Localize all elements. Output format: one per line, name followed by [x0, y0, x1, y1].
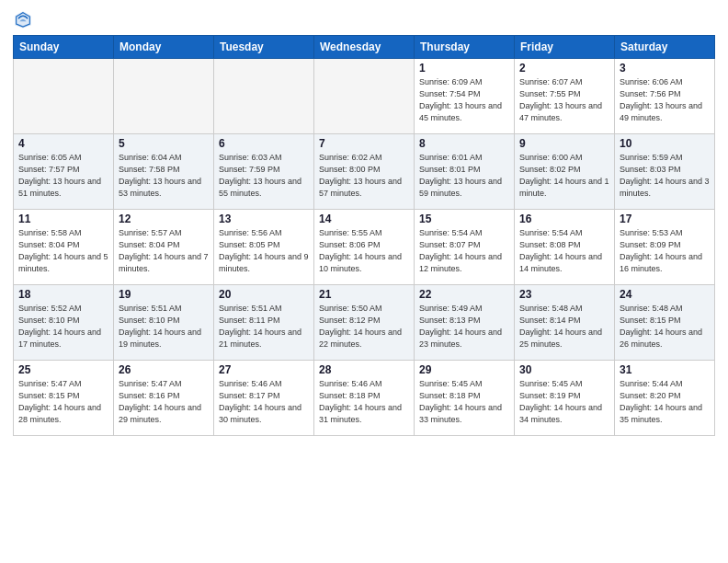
day-number: 1 [419, 62, 509, 75]
calendar-cell: 17Sunrise: 5:53 AMSunset: 8:09 PMDayligh… [615, 210, 715, 285]
day-info: Sunrise: 6:07 AMSunset: 7:55 PMDaylight:… [519, 76, 609, 124]
calendar-cell: 14Sunrise: 5:55 AMSunset: 8:06 PMDayligh… [314, 210, 415, 285]
calendar-week-row: 11Sunrise: 5:58 AMSunset: 8:04 PMDayligh… [14, 210, 715, 285]
day-info: Sunrise: 5:53 AMSunset: 8:09 PMDaylight:… [620, 227, 710, 275]
day-info: Sunrise: 5:47 AMSunset: 8:16 PMDaylight:… [119, 378, 209, 426]
day-info: Sunrise: 5:45 AMSunset: 8:18 PMDaylight:… [419, 378, 509, 426]
calendar-cell: 19Sunrise: 5:51 AMSunset: 8:10 PMDayligh… [114, 285, 214, 361]
day-number: 5 [119, 137, 209, 150]
weekday-header: Tuesday [214, 36, 314, 59]
calendar-week-row: 1Sunrise: 6:09 AMSunset: 7:54 PMDaylight… [14, 59, 715, 134]
day-info: Sunrise: 5:54 AMSunset: 8:08 PMDaylight:… [519, 227, 609, 275]
day-info: Sunrise: 6:04 AMSunset: 7:58 PMDaylight:… [119, 152, 209, 200]
calendar-cell: 21Sunrise: 5:50 AMSunset: 8:12 PMDayligh… [314, 285, 415, 361]
header [13, 9, 715, 29]
calendar-cell: 24Sunrise: 5:48 AMSunset: 8:15 PMDayligh… [615, 285, 715, 361]
calendar-cell: 8Sunrise: 6:01 AMSunset: 8:01 PMDaylight… [415, 134, 515, 210]
calendar-cell [14, 59, 114, 134]
calendar-cell: 25Sunrise: 5:47 AMSunset: 8:15 PMDayligh… [14, 361, 114, 436]
page: SundayMondayTuesdayWednesdayThursdayFrid… [0, 0, 728, 563]
calendar-cell [314, 59, 415, 134]
calendar-cell [214, 59, 314, 134]
day-info: Sunrise: 5:55 AMSunset: 8:06 PMDaylight:… [319, 227, 409, 275]
day-number: 11 [18, 213, 108, 225]
day-number: 12 [119, 213, 209, 225]
day-info: Sunrise: 5:46 AMSunset: 8:17 PMDaylight:… [219, 378, 309, 426]
weekday-header: Friday [515, 36, 615, 59]
day-info: Sunrise: 5:52 AMSunset: 8:10 PMDaylight:… [18, 303, 108, 350]
day-info: Sunrise: 5:58 AMSunset: 8:04 PMDaylight:… [18, 227, 108, 275]
day-info: Sunrise: 5:47 AMSunset: 8:15 PMDaylight:… [18, 378, 108, 426]
day-number: 8 [419, 137, 509, 150]
calendar-cell: 29Sunrise: 5:45 AMSunset: 8:18 PMDayligh… [415, 361, 515, 436]
calendar-cell: 26Sunrise: 5:47 AMSunset: 8:16 PMDayligh… [114, 361, 214, 436]
day-number: 21 [319, 288, 409, 301]
day-number: 16 [519, 213, 609, 225]
day-info: Sunrise: 5:46 AMSunset: 8:18 PMDaylight:… [319, 378, 409, 426]
calendar-cell: 4Sunrise: 6:05 AMSunset: 7:57 PMDaylight… [14, 134, 114, 210]
day-number: 6 [219, 137, 309, 150]
calendar-cell: 11Sunrise: 5:58 AMSunset: 8:04 PMDayligh… [14, 210, 114, 285]
weekday-header: Monday [114, 36, 214, 59]
calendar-cell: 15Sunrise: 5:54 AMSunset: 8:07 PMDayligh… [415, 210, 515, 285]
calendar-week-row: 4Sunrise: 6:05 AMSunset: 7:57 PMDaylight… [14, 134, 715, 210]
day-number: 15 [419, 213, 509, 225]
day-number: 26 [119, 363, 209, 376]
day-number: 28 [319, 363, 409, 376]
calendar-cell: 18Sunrise: 5:52 AMSunset: 8:10 PMDayligh… [14, 285, 114, 361]
calendar-cell: 12Sunrise: 5:57 AMSunset: 8:04 PMDayligh… [114, 210, 214, 285]
day-info: Sunrise: 5:44 AMSunset: 8:20 PMDaylight:… [620, 378, 710, 426]
calendar-cell: 7Sunrise: 6:02 AMSunset: 8:00 PMDaylight… [314, 134, 415, 210]
calendar-cell: 27Sunrise: 5:46 AMSunset: 8:17 PMDayligh… [214, 361, 314, 436]
calendar-cell: 1Sunrise: 6:09 AMSunset: 7:54 PMDaylight… [415, 59, 515, 134]
calendar-cell: 2Sunrise: 6:07 AMSunset: 7:55 PMDaylight… [515, 59, 615, 134]
day-info: Sunrise: 5:45 AMSunset: 8:19 PMDaylight:… [519, 378, 609, 426]
day-info: Sunrise: 6:03 AMSunset: 7:59 PMDaylight:… [219, 152, 309, 200]
weekday-header: Wednesday [314, 36, 415, 59]
day-number: 19 [119, 288, 209, 301]
day-info: Sunrise: 5:51 AMSunset: 8:11 PMDaylight:… [219, 303, 309, 350]
calendar: SundayMondayTuesdayWednesdayThursdayFrid… [13, 35, 715, 436]
day-number: 27 [219, 363, 309, 376]
calendar-cell: 23Sunrise: 5:48 AMSunset: 8:14 PMDayligh… [515, 285, 615, 361]
logo-icon [13, 9, 33, 29]
day-info: Sunrise: 5:48 AMSunset: 8:14 PMDaylight:… [519, 303, 609, 350]
day-info: Sunrise: 6:02 AMSunset: 8:00 PMDaylight:… [319, 152, 409, 200]
day-number: 7 [319, 137, 409, 150]
weekday-header: Saturday [615, 36, 715, 59]
day-info: Sunrise: 6:00 AMSunset: 8:02 PMDaylight:… [519, 152, 609, 200]
calendar-week-row: 25Sunrise: 5:47 AMSunset: 8:15 PMDayligh… [14, 361, 715, 436]
calendar-cell: 10Sunrise: 5:59 AMSunset: 8:03 PMDayligh… [615, 134, 715, 210]
day-info: Sunrise: 6:06 AMSunset: 7:56 PMDaylight:… [620, 76, 710, 124]
day-number: 22 [419, 288, 509, 301]
day-number: 18 [18, 288, 108, 301]
calendar-cell: 30Sunrise: 5:45 AMSunset: 8:19 PMDayligh… [515, 361, 615, 436]
day-number: 30 [519, 363, 609, 376]
day-number: 20 [219, 288, 309, 301]
day-number: 3 [620, 62, 710, 75]
calendar-cell: 16Sunrise: 5:54 AMSunset: 8:08 PMDayligh… [515, 210, 615, 285]
day-number: 4 [18, 137, 108, 150]
calendar-cell: 31Sunrise: 5:44 AMSunset: 8:20 PMDayligh… [615, 361, 715, 436]
calendar-cell [114, 59, 214, 134]
day-number: 10 [620, 137, 710, 150]
day-number: 31 [620, 363, 710, 376]
calendar-cell: 9Sunrise: 6:00 AMSunset: 8:02 PMDaylight… [515, 134, 615, 210]
calendar-week-row: 18Sunrise: 5:52 AMSunset: 8:10 PMDayligh… [14, 285, 715, 361]
day-number: 13 [219, 213, 309, 225]
day-info: Sunrise: 6:05 AMSunset: 7:57 PMDaylight:… [18, 152, 108, 200]
calendar-cell: 20Sunrise: 5:51 AMSunset: 8:11 PMDayligh… [214, 285, 314, 361]
day-info: Sunrise: 5:48 AMSunset: 8:15 PMDaylight:… [620, 303, 710, 350]
day-info: Sunrise: 5:57 AMSunset: 8:04 PMDaylight:… [119, 227, 209, 275]
day-info: Sunrise: 5:49 AMSunset: 8:13 PMDaylight:… [419, 303, 509, 350]
day-info: Sunrise: 6:09 AMSunset: 7:54 PMDaylight:… [419, 76, 509, 124]
day-info: Sunrise: 5:59 AMSunset: 8:03 PMDaylight:… [620, 152, 710, 200]
day-info: Sunrise: 5:51 AMSunset: 8:10 PMDaylight:… [119, 303, 209, 350]
day-info: Sunrise: 5:54 AMSunset: 8:07 PMDaylight:… [419, 227, 509, 275]
calendar-cell: 6Sunrise: 6:03 AMSunset: 7:59 PMDaylight… [214, 134, 314, 210]
day-number: 2 [519, 62, 609, 75]
calendar-cell: 22Sunrise: 5:49 AMSunset: 8:13 PMDayligh… [415, 285, 515, 361]
logo [13, 9, 37, 29]
day-info: Sunrise: 6:01 AMSunset: 8:01 PMDaylight:… [419, 152, 509, 200]
day-info: Sunrise: 5:50 AMSunset: 8:12 PMDaylight:… [319, 303, 409, 350]
